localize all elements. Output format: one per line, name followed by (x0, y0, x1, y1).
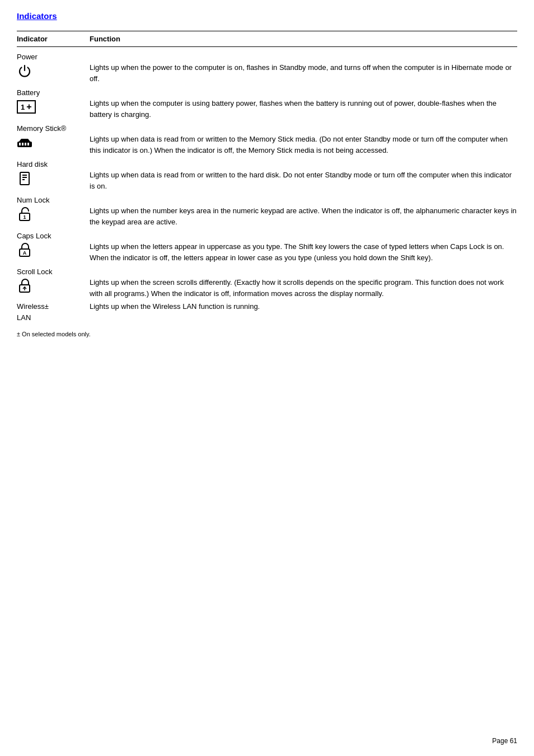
section-memory-stick: Memory Stick® Lights up when data is rea… (17, 124, 517, 156)
function-caps-lock: Lights up when the letters appear in upp… (90, 241, 517, 263)
indicator-hard-disk (17, 170, 90, 188)
row-caps-lock: A Lights up when the letters appear in u… (17, 241, 517, 263)
indicator-scroll-lock (17, 277, 90, 295)
function-battery: Lights up when the computer is using bat… (90, 98, 517, 120)
section-scroll-lock: Scroll Lock Lights up when the screen sc… (17, 267, 517, 299)
section-title-caps-lock: Caps Lock (17, 232, 517, 240)
indicator-caps-lock: A (17, 241, 90, 260)
svg-rect-4 (25, 143, 26, 145)
header-function: Function (90, 35, 120, 43)
indicator-battery: 1 + (17, 98, 90, 114)
wireless-label-text: Wireless± (17, 302, 49, 311)
section-power: Power Lights up when the power to the co… (17, 53, 517, 84)
function-power: Lights up when the power to the computer… (90, 62, 517, 84)
row-hard-disk: Lights up when data is read from or writ… (17, 170, 517, 191)
scroll-lock-icon (17, 278, 32, 295)
section-caps-lock: Caps Lock A Lights up when the letters a… (17, 232, 517, 263)
section-title-power: Power (17, 53, 517, 61)
wireless-label: Wireless± LAN (17, 301, 90, 323)
power-icon (17, 63, 32, 82)
footnote: ± On selected models only. (17, 331, 517, 337)
indicator-num-lock: 1 (17, 205, 90, 224)
battery-plus: + (26, 102, 31, 111)
svg-rect-2 (19, 143, 21, 145)
num-lock-icon: 1 (17, 206, 32, 224)
battery-num: 1 (21, 103, 25, 111)
svg-rect-5 (27, 143, 29, 145)
svg-rect-6 (20, 172, 29, 185)
row-num-lock: 1 Lights up when the number keys area in… (17, 205, 517, 227)
row-wireless: Wireless± LAN Lights up when the Wireles… (17, 301, 517, 323)
section-wireless: Wireless± LAN Lights up when the Wireles… (17, 301, 517, 323)
battery-icon: 1 + (17, 100, 36, 114)
function-hard-disk: Lights up when data is read from or writ… (90, 170, 517, 191)
row-scroll-lock: Lights up when the screen scrolls differ… (17, 277, 517, 299)
page-title: Indicators (17, 11, 517, 21)
svg-marker-1 (19, 139, 30, 142)
caps-lock-icon: A (17, 242, 32, 260)
section-title-hard-disk: Hard disk (17, 160, 517, 168)
row-battery: 1 + Lights up when the computer is using… (17, 98, 517, 120)
section-hard-disk: Hard disk Lights up when data is read fr… (17, 160, 517, 191)
svg-text:A: A (23, 250, 27, 256)
section-title-scroll-lock: Scroll Lock (17, 267, 517, 276)
table-header: Indicator Function (17, 31, 517, 47)
memory-stick-icon (17, 136, 32, 154)
hard-disk-icon (17, 171, 32, 188)
section-title-battery: Battery (17, 88, 517, 97)
function-num-lock: Lights up when the number keys area in t… (90, 205, 517, 227)
header-indicator: Indicator (17, 35, 90, 43)
function-memory-stick: Lights up when data is read from or writ… (90, 134, 517, 156)
function-wireless: Lights up when the Wireless LAN function… (90, 301, 517, 312)
function-scroll-lock: Lights up when the screen scrolls differ… (90, 277, 517, 299)
svg-text:1: 1 (23, 214, 26, 220)
svg-rect-3 (22, 143, 24, 145)
section-num-lock: Num Lock 1 Lights up when the number key… (17, 196, 517, 227)
wireless-sublabel-text: LAN (17, 313, 31, 322)
section-battery: Battery 1 + Lights up when the computer … (17, 88, 517, 120)
section-title-num-lock: Num Lock (17, 196, 517, 204)
page-number: Page 61 (492, 737, 517, 745)
indicator-memory-stick (17, 134, 90, 154)
section-title-memory-stick: Memory Stick® (17, 124, 517, 133)
row-memory-stick: Lights up when data is read from or writ… (17, 134, 517, 156)
row-power: Lights up when the power to the computer… (17, 62, 517, 84)
indicator-power (17, 62, 90, 82)
